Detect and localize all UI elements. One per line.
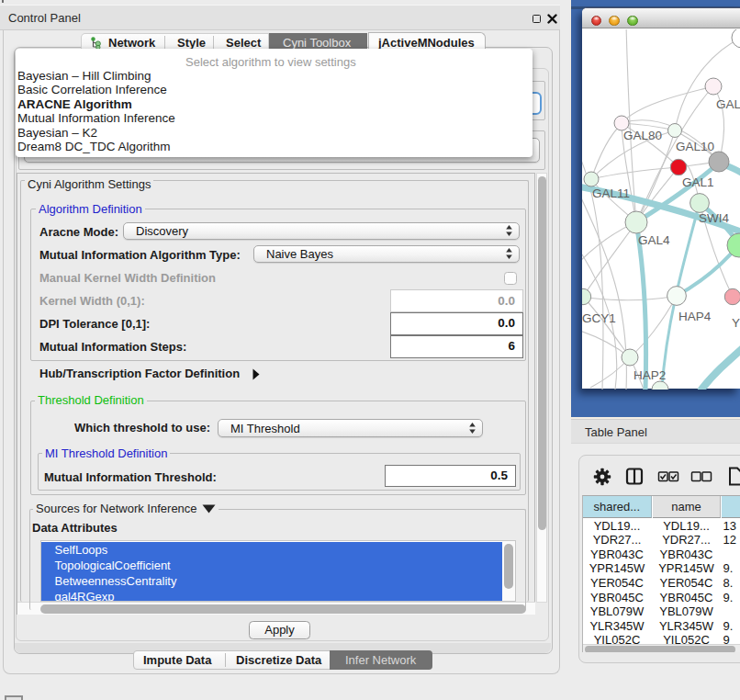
svg-text:SWI4: SWI4: [699, 211, 729, 225]
svg-text:GAL11: GAL11: [592, 186, 630, 200]
svg-text:GCY1: GCY1: [582, 311, 616, 325]
svg-text:GAL80: GAL80: [623, 129, 662, 142]
svg-text:HAP2: HAP2: [633, 368, 666, 382]
svg-text:Y: Y: [732, 316, 740, 330]
svg-text:GAL: GAL: [716, 97, 740, 111]
svg-text:GAL10: GAL10: [676, 140, 714, 153]
svg-text:GAL1: GAL1: [682, 175, 714, 189]
svg-text:GAL4: GAL4: [638, 233, 670, 247]
svg-text:HAP4: HAP4: [678, 310, 712, 323]
